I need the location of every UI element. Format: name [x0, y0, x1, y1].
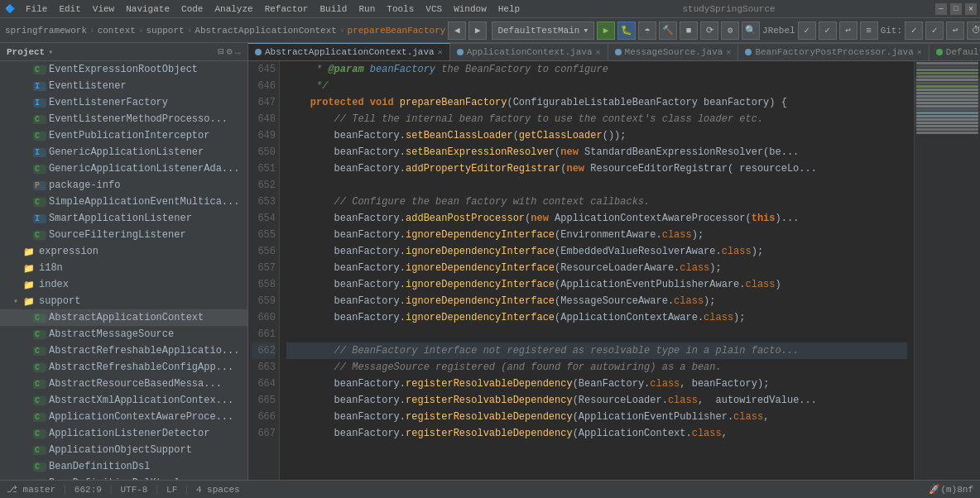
- tab-bean-factory-post-processor[interactable]: BeanFactoryPostProcessor.java ✕: [738, 43, 929, 60]
- sidebar-tree-item-1[interactable]: IEventListener: [0, 78, 247, 94]
- sidebar-tree-item-7[interactable]: Ppackage-info: [0, 177, 247, 194]
- sidebar-tree-item-5[interactable]: IGenericApplicationListener: [0, 144, 247, 160]
- folder-icon: 📁: [23, 280, 36, 290]
- jrebel-btn3[interactable]: ↩: [839, 22, 858, 40]
- git-check-button[interactable]: ✓: [905, 22, 923, 40]
- sidebar-tree-item-13[interactable]: 📁index: [0, 276, 247, 293]
- sidebar-tree-item-18[interactable]: CAbstractRefreshableConfigApp...: [0, 359, 247, 376]
- jrebel-btn4[interactable]: ≡: [860, 22, 878, 40]
- sidebar-tree-item-23[interactable]: CApplicationObjectSupport: [0, 442, 247, 458]
- menu-tools[interactable]: Tools: [381, 2, 420, 16]
- sidebar-tree-item-17[interactable]: CAbstractRefreshableApplicatio...: [0, 342, 247, 359]
- menu-run[interactable]: Run: [353, 2, 381, 16]
- tree-item-label: EventListener: [49, 80, 127, 92]
- sidebar-tree-item-0[interactable]: CEventExpressionRootObject: [0, 61, 247, 78]
- line-num-659: 659: [252, 293, 276, 309]
- sidebar-tree-item-9[interactable]: ISmartApplicationListener: [0, 210, 247, 227]
- sidebar-tree-item-4[interactable]: CEventPublicationInterceptor: [0, 127, 247, 144]
- sidebar-tree-item-8[interactable]: CSimpleApplicationEventMultica...: [0, 194, 247, 210]
- menu-build[interactable]: Build: [314, 2, 353, 16]
- sidebar-settings-button[interactable]: ⚙: [227, 45, 233, 58]
- tab-close-0[interactable]: ✕: [438, 47, 443, 57]
- nav-back-button[interactable]: ◀: [448, 22, 466, 40]
- tab-icon-0: [255, 49, 262, 55]
- search-button[interactable]: 🔍: [742, 22, 760, 40]
- breadcrumb-item-1[interactable]: context: [98, 26, 136, 36]
- menu-window[interactable]: Window: [448, 2, 492, 16]
- sidebar-tree-item-2[interactable]: IEventListenerFactory: [0, 94, 247, 111]
- breadcrumb-item-0[interactable]: springframework: [5, 26, 87, 36]
- tab-application-context[interactable]: ApplicationContext.java ✕: [450, 43, 608, 60]
- code-line-658: beanFactory.ignoreDependencyInterface(Ap…: [286, 276, 907, 293]
- sidebar-tree-item-24[interactable]: CBeanDefinitionDsl: [0, 458, 247, 475]
- sidebar-tree-item-3[interactable]: CEventListenerMethodProcesso...: [0, 111, 247, 127]
- tab-close-1[interactable]: ✕: [596, 47, 601, 57]
- status-encoding: UTF-8: [120, 485, 147, 495]
- breadcrumb-item-2[interactable]: support: [146, 26, 184, 36]
- debug-button[interactable]: 🐛: [617, 22, 636, 40]
- minimap-line-21: [916, 128, 978, 131]
- menu-code[interactable]: Code: [175, 2, 209, 16]
- tab-abstract-application-context[interactable]: AbstractApplicationContext.java ✕: [248, 43, 450, 60]
- menu-refactor[interactable]: Refactor: [259, 2, 315, 16]
- breadcrumb-item-4[interactable]: prepareBeanFactory: [348, 26, 446, 36]
- tree-item-label: EventListenerMethodProcesso...: [49, 113, 228, 125]
- sidebar-tree-item-6[interactable]: CGenericApplicationListenerAda...: [0, 160, 247, 177]
- tree-item-label: support: [39, 295, 80, 307]
- tab-close-2[interactable]: ✕: [726, 47, 731, 57]
- minimize-button[interactable]: —: [935, 3, 947, 15]
- code-panel[interactable]: * @param beanFactory the BeanFactory to …: [280, 61, 914, 480]
- menu-edit[interactable]: Edit: [53, 2, 86, 16]
- sidebar-collapse-button[interactable]: ⊟: [218, 45, 223, 58]
- run-button[interactable]: ▶: [597, 22, 615, 40]
- git-commit-button[interactable]: ✓: [925, 22, 944, 40]
- sidebar-tree-item-21[interactable]: CApplicationContextAwareProce...: [0, 409, 247, 425]
- sidebar-tree-item-16[interactable]: CAbstractMessageSource: [0, 326, 247, 342]
- code-line-654: beanFactory.addBeanPostProcessor(new App…: [286, 210, 907, 227]
- git-history-button[interactable]: ⏱: [967, 22, 980, 40]
- close-button[interactable]: ✕: [965, 3, 977, 15]
- menu-help[interactable]: Help: [492, 2, 526, 16]
- menu-file[interactable]: File: [20, 2, 53, 16]
- breadcrumb-item-3[interactable]: AbstractApplicationContext: [195, 26, 337, 36]
- settings-button[interactable]: ⚙: [721, 22, 739, 40]
- sidebar-tree-item-20[interactable]: CAbstractXmlApplicationContex...: [0, 392, 247, 409]
- maximize-button[interactable]: □: [950, 3, 962, 15]
- sidebar-tree-item-12[interactable]: 📁i18n: [0, 260, 247, 276]
- tab-default-resource-loader[interactable]: DefaultResourceLoad... ✕: [930, 43, 980, 60]
- sidebar-more-button[interactable]: …: [235, 45, 241, 58]
- sidebar-tree-item-11[interactable]: 📁expression: [0, 243, 247, 260]
- menu-navigate[interactable]: Navigate: [120, 2, 175, 16]
- status-git-branch: ⎇ master: [7, 484, 55, 495]
- class-icon: C: [33, 363, 46, 372]
- tree-item-label: package-info: [49, 180, 120, 191]
- sidebar-tree-item-22[interactable]: CApplicationListenerDetector: [0, 425, 247, 442]
- tab-close-3[interactable]: ✕: [917, 47, 922, 57]
- git-push-button[interactable]: ↩: [946, 22, 964, 40]
- tree-item-label: EventListenerFactory: [49, 97, 168, 108]
- line-num-664: 664: [252, 376, 276, 392]
- menu-vcs[interactable]: VCS: [420, 2, 448, 16]
- jrebel-label: JRebel: [762, 26, 795, 36]
- sidebar-tree-item-14[interactable]: ▾📁support: [0, 293, 247, 309]
- run-config-dropdown[interactable]: DefaultTestMain ▾: [492, 22, 594, 40]
- minimap-line-4: [916, 72, 978, 74]
- sidebar-tree-item-10[interactable]: CSourceFilteringListener: [0, 227, 247, 243]
- sync-button[interactable]: ⟳: [700, 22, 718, 40]
- code-line-647: protected void prepareBeanFactory(Config…: [286, 94, 907, 111]
- sidebar-tree-item-19[interactable]: CAbstractResourceBasedMessa...: [0, 376, 247, 392]
- jrebel-btn2[interactable]: ✓: [819, 22, 837, 40]
- coverage-button[interactable]: ☂: [638, 22, 656, 40]
- code-line-649: beanFactory.setBeanClassLoader(getClassL…: [286, 127, 907, 144]
- menu-analyze[interactable]: Analyze: [209, 2, 258, 16]
- jrebel-btn1[interactable]: ✓: [798, 22, 816, 40]
- stop-button[interactable]: ■: [680, 22, 698, 40]
- code-line-664: beanFactory.registerResolvableDependency…: [286, 376, 907, 392]
- nav-forward-button[interactable]: ▶: [468, 22, 487, 40]
- menu-view[interactable]: View: [87, 2, 120, 16]
- sidebar-tree-item-25[interactable]: CBeanDefinitionDslKt.class: [0, 475, 247, 480]
- tab-message-source[interactable]: MessageSource.java ✕: [608, 43, 739, 60]
- tab-label-2: MessageSource.java: [625, 47, 723, 57]
- sidebar-tree-item-15[interactable]: CAbstractApplicationContext: [0, 309, 247, 326]
- build-button[interactable]: 🔨: [659, 22, 677, 40]
